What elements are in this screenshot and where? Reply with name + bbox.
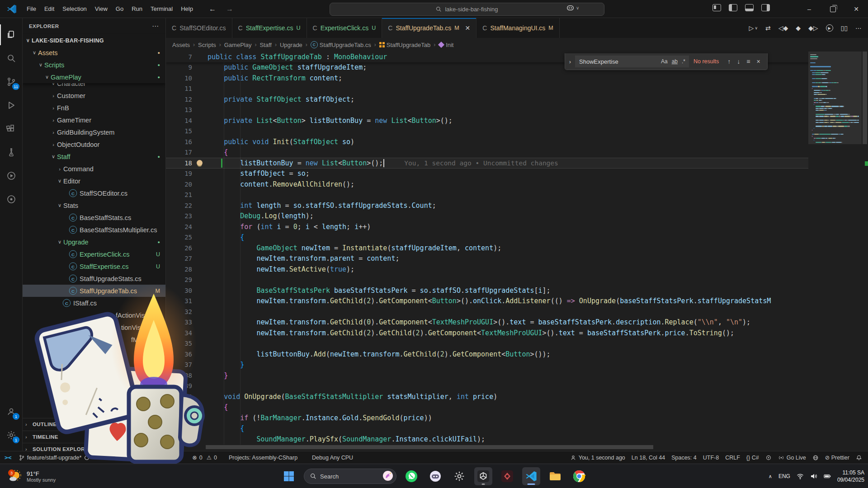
status-go-live[interactable]: Go Live: [775, 455, 809, 461]
toggle-panel-icon[interactable]: [745, 4, 754, 11]
tree-folder-fActionVisual.cs[interactable]: fActionVisual.cs: [23, 309, 165, 321]
status-indentation[interactable]: Spaces: 4: [668, 455, 700, 461]
battery-icon[interactable]: [824, 473, 831, 480]
activity-extensions-icon[interactable]: [0, 118, 23, 139]
compare-icon[interactable]: ⇄: [765, 24, 771, 32]
restore-button[interactable]: [821, 0, 844, 18]
activity-explorer-icon[interactable]: [0, 24, 23, 45]
copilot-button[interactable]: ∨: [566, 4, 579, 12]
change-icon[interactable]: ◆: [796, 24, 801, 32]
find-expand-icon[interactable]: ›: [565, 58, 575, 65]
toggle-secondary-sidebar-icon[interactable]: [761, 4, 770, 11]
regex-icon[interactable]: .*: [682, 58, 685, 65]
activity-live-preview-icon[interactable]: [0, 165, 23, 186]
menu-terminal[interactable]: Terminal: [146, 4, 177, 14]
activity-search-icon[interactable]: [0, 48, 23, 69]
tree-folder-Assets[interactable]: ∨Assets●: [23, 47, 165, 59]
tray-language[interactable]: ENG: [778, 473, 790, 479]
breadcrumb-Assets[interactable]: Assets: [172, 42, 190, 48]
tree-file-StaffUpgradeStats.cs[interactable]: CStaffUpgradeStats.cs: [23, 272, 165, 285]
tree-file-BaseStaffStats.cs[interactable]: CBaseStaffStats.cs: [23, 211, 165, 224]
section-timeline[interactable]: ›TIMELINE: [23, 431, 166, 443]
tab-StaffSOEditor.cs[interactable]: CStaffSOEditor.cs: [166, 18, 232, 38]
tree-folder-LAKE-SIDE-BAR-FISHING[interactable]: ∨LAKE-SIDE-BAR-FISHING: [23, 34, 165, 47]
run-circle-icon[interactable]: ▶: [826, 24, 833, 32]
tree-folder-fMike.cs[interactable]: fMike.cs: [23, 333, 165, 346]
menu-edit[interactable]: Edit: [40, 4, 58, 14]
taskbar-red-app-icon[interactable]: [498, 467, 516, 485]
breadcrumb-Upgrade[interactable]: Upgrade: [280, 42, 302, 48]
activity-compass-icon[interactable]: [0, 189, 23, 210]
tree-folder-a.cs[interactable]: a.cs: [23, 382, 165, 394]
status-eol[interactable]: CRLF: [722, 455, 743, 461]
status-cursor-position[interactable]: Ln 18, Col 44: [628, 455, 668, 461]
section-outline[interactable]: ›OUTLINE: [23, 418, 166, 430]
tree-folder-tionVisual.cs[interactable]: tionVisual.cs: [23, 321, 165, 333]
tree-folder-FnB[interactable]: ›FnB: [23, 102, 165, 114]
tab-StaffManagingUI.cs[interactable]: CStaffManagingUI.csM: [476, 18, 559, 38]
vertical-scrollbar[interactable]: [862, 52, 868, 451]
tree-folder-ObjectOutdoor[interactable]: ›ObjectOutdoor: [23, 138, 165, 150]
next-change-icon[interactable]: ◆▷: [808, 24, 818, 32]
tree-file-StaffExpertise.cs[interactable]: CStaffExpertise.csU: [23, 260, 165, 272]
git-branch[interactable]: feature/staff-upgrade*: [15, 451, 94, 464]
taskbar-file-explorer-icon[interactable]: [546, 467, 564, 485]
activity-settings-icon[interactable]: 1: [0, 425, 23, 446]
tree-file-ExpertiseClick.cs[interactable]: CExpertiseClick.csU: [23, 248, 165, 260]
tree-folder-Scripts[interactable]: ∨Scripts●: [23, 59, 165, 71]
prev-change-icon[interactable]: ◁◆: [778, 24, 788, 32]
menu-file[interactable]: File: [23, 4, 40, 14]
breadcrumb-GamePlay[interactable]: GamePlay: [224, 42, 252, 48]
whole-word-icon[interactable]: ab: [672, 58, 678, 65]
breadcrumb-StaffUpgradeTab[interactable]: StaffUpgradeTab: [379, 42, 430, 48]
split-editor-icon[interactable]: ▯▯: [841, 24, 848, 32]
problems-indicator[interactable]: ⊗0 ⚠0: [189, 451, 220, 464]
menu-help[interactable]: Help: [177, 4, 197, 14]
find-input[interactable]: ShowExpertise Aa ab .*: [575, 56, 689, 67]
projects-indicator[interactable]: Projects: Assembly-CSharp: [226, 451, 301, 464]
explorer-more-actions-icon[interactable]: ⋯: [152, 22, 159, 30]
minimize-button[interactable]: –: [797, 0, 821, 18]
tree-file-StaffSOEditor.cs[interactable]: CStaffSOEditor.cs: [23, 187, 165, 199]
tree-file-BaseStaffStatsMultiplier.cs[interactable]: CBaseStaffStatsMultiplier.cs: [23, 224, 165, 236]
breadcrumb-Init[interactable]: Init: [439, 42, 453, 48]
tree-folder-Customer[interactable]: ›Customer: [23, 89, 165, 102]
wifi-icon[interactable]: [797, 473, 804, 480]
debug-target-indicator[interactable]: Debug Any CPU: [309, 451, 356, 464]
taskbar-search-box[interactable]: Search: [304, 469, 396, 484]
tree-file-IStaff.cs[interactable]: CIStaff.cs: [23, 297, 165, 309]
status-globe-icon[interactable]: [809, 455, 822, 461]
taskbar-start-icon[interactable]: [280, 467, 298, 485]
minimap[interactable]: [808, 52, 868, 451]
tree-folder-.cs[interactable]: .cs: [23, 346, 165, 358]
tree-folder-Upgrade[interactable]: ∨Upgrade●: [23, 236, 165, 248]
status-encoding[interactable]: UTF-8: [700, 455, 722, 461]
horizontal-scrollbar[interactable]: [206, 445, 653, 449]
taskbar-vscode-icon[interactable]: [522, 467, 540, 485]
tray-chevron-icon[interactable]: ∧: [769, 474, 772, 479]
close-button[interactable]: ✕: [844, 0, 868, 18]
tree-folder-Command[interactable]: ›Command: [23, 163, 165, 175]
tree-folder-Editor[interactable]: ∨Editor: [23, 175, 165, 187]
lightbulb-icon[interactable]: [197, 160, 203, 166]
activity-run-and-debug-icon[interactable]: [0, 95, 23, 116]
tree-folder-GamePlay[interactable]: ∨GamePlay●: [23, 71, 165, 83]
menu-go[interactable]: Go: [112, 4, 127, 14]
code-editor[interactable]: 7public class StaffUpgradeTab : MonoBeha…: [166, 52, 868, 451]
tree-folder-s[interactable]: s: [23, 358, 165, 370]
tab-StaffUpgradeTab.cs[interactable]: CStaffUpgradeTab.csM✕: [382, 18, 476, 38]
section-solution-explorer[interactable]: ›SOLUTION EXPLORER: [23, 443, 166, 451]
find-in-selection-icon[interactable]: ≡: [746, 58, 750, 65]
more-icon[interactable]: ⋯: [855, 24, 862, 32]
run-icon[interactable]: ▷∨: [749, 24, 758, 32]
taskbar-settings-icon[interactable]: [450, 467, 468, 485]
status-blame[interactable]: You, 1 second ago: [567, 455, 628, 461]
activity-source-control-icon[interactable]: 11: [0, 71, 23, 92]
tab-close-icon[interactable]: ✕: [465, 24, 471, 32]
taskbar-chrome-icon[interactable]: [570, 467, 588, 485]
breadcrumb-StaffUpgradeTab.cs[interactable]: CStaffUpgradeTab.cs: [311, 41, 371, 48]
tray-clock[interactable]: 11:05 SA 09/04/2025: [837, 469, 864, 483]
status-bell-icon[interactable]: [853, 455, 865, 461]
tree-folder-row[interactable]: [23, 370, 165, 382]
tree-folder-GridBuildingSystem[interactable]: ›GridBuildingSystem: [23, 126, 165, 138]
